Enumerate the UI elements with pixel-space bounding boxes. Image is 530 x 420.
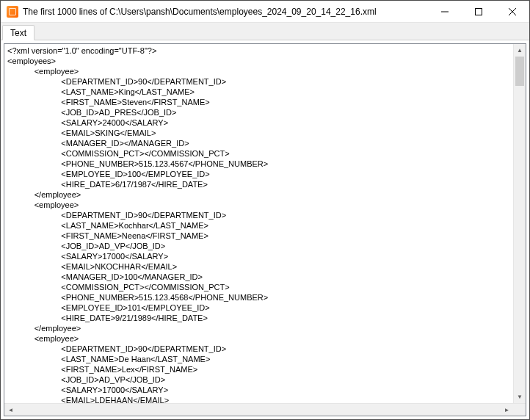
maximize-icon bbox=[475, 8, 482, 15]
window-controls bbox=[428, 1, 529, 22]
text-viewport: <?xml version="1.0" encoding="UTF-8"?> <… bbox=[4, 43, 526, 416]
content-area: <?xml version="1.0" encoding="UTF-8"?> <… bbox=[1, 40, 529, 419]
vertical-scrollbar[interactable]: ▲ ▼ bbox=[513, 44, 526, 403]
app-icon bbox=[7, 6, 18, 18]
svg-rect-1 bbox=[476, 8, 482, 15]
scrollbar-corner bbox=[513, 404, 526, 416]
horizontal-scroll-track[interactable] bbox=[17, 404, 501, 416]
window-title: The first 1000 lines of C:\Users\pansh\D… bbox=[23, 7, 428, 17]
horizontal-scrollbar[interactable]: ◄ ► bbox=[4, 403, 526, 416]
scroll-down-arrow-icon[interactable]: ▼ bbox=[514, 391, 526, 403]
xml-text-content[interactable]: <?xml version="1.0" encoding="UTF-8"?> <… bbox=[4, 44, 513, 403]
maximize-button[interactable] bbox=[462, 1, 495, 22]
vertical-scroll-thumb[interactable] bbox=[515, 57, 524, 86]
close-icon bbox=[509, 8, 516, 15]
app-window: The first 1000 lines of C:\Users\pansh\D… bbox=[0, 0, 530, 420]
minimize-icon bbox=[441, 8, 449, 15]
tab-text[interactable]: Text bbox=[2, 25, 35, 40]
vertical-scroll-track[interactable] bbox=[514, 57, 526, 391]
close-button[interactable] bbox=[495, 1, 529, 22]
tabstrip: Text bbox=[1, 23, 529, 40]
scroll-right-arrow-icon[interactable]: ► bbox=[501, 404, 513, 416]
scroll-up-arrow-icon[interactable]: ▲ bbox=[514, 44, 526, 57]
minimize-button[interactable] bbox=[428, 1, 462, 22]
titlebar[interactable]: The first 1000 lines of C:\Users\pansh\D… bbox=[1, 1, 529, 23]
scroll-left-arrow-icon[interactable]: ◄ bbox=[4, 404, 17, 416]
